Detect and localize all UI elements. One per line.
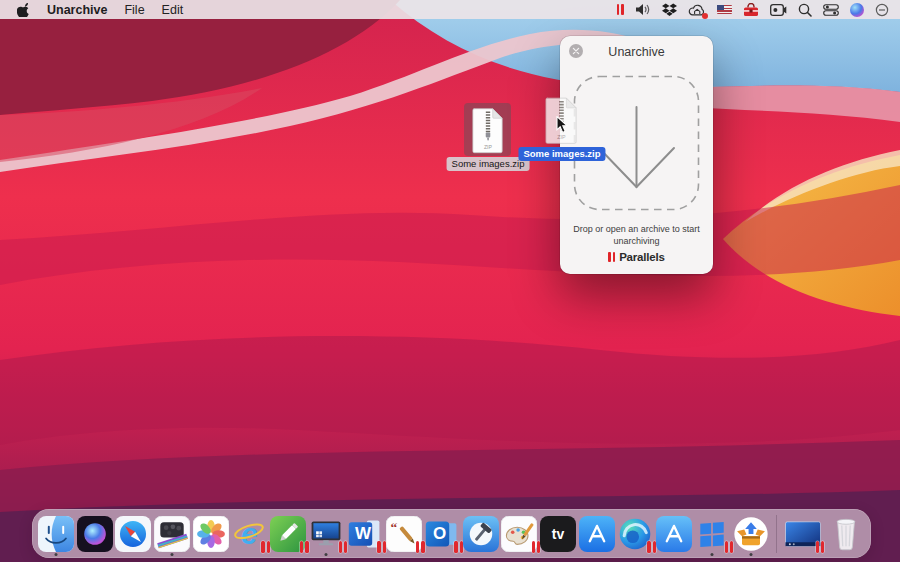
screen-record-icon[interactable] (770, 2, 787, 18)
dock-item-internet-explorer[interactable]: e (230, 509, 269, 558)
cloud-home-icon[interactable] (688, 2, 706, 18)
selected-file-name[interactable]: Some images.zip (447, 157, 530, 171)
dropbox-icon[interactable] (662, 2, 677, 18)
svg-text:“: “ (390, 520, 397, 535)
dock-item-trash[interactable] (824, 509, 868, 558)
dock-divider (770, 509, 782, 558)
menu-app-name[interactable]: Unarchive (47, 3, 107, 17)
dock-item-siri[interactable] (76, 509, 115, 558)
menu-bar: Unarchive File Edit (0, 0, 900, 19)
parallels-toolbox-icon[interactable] (743, 2, 759, 18)
zip-file-icon[interactable]: ZIP (471, 107, 505, 158)
dock-item-finder[interactable] (37, 509, 76, 558)
dock-item-apple-tv[interactable]: tv (539, 509, 578, 558)
dock-item-unarchiver[interactable] (732, 509, 771, 558)
dock-item-word[interactable]: W (346, 509, 385, 558)
dock-item-minimized-windows-window[interactable] (782, 509, 824, 558)
running-indicator (55, 553, 58, 556)
dock-item-windows-start[interactable] (693, 509, 732, 558)
parallels-logo-icon (608, 252, 615, 262)
dragged-file-name: Some images.zip (518, 147, 605, 161)
parallels-logo: Parallels (560, 251, 713, 263)
dock-item-photos[interactable] (191, 509, 230, 558)
dock-item-safari[interactable] (114, 509, 153, 558)
dock-item-outlook[interactable]: O (423, 509, 462, 558)
running-indicator (325, 553, 328, 556)
dock-item-app-store[interactable] (577, 509, 616, 558)
dock-item-app-store-2[interactable] (655, 509, 694, 558)
dock-item-xcode[interactable] (462, 509, 501, 558)
dock-item-edge[interactable] (616, 509, 655, 558)
desktop-screen: Unarchive File Edit (0, 0, 900, 562)
menu-edit[interactable]: Edit (162, 3, 184, 17)
cursor (556, 116, 570, 138)
running-indicator (171, 553, 174, 556)
dock-item-green-notes-app[interactable] (269, 509, 308, 558)
dock-item-wordpad[interactable]: “ (384, 509, 423, 558)
zip-type-label: ZIP (484, 144, 493, 150)
dock-item-photo-booth[interactable] (153, 509, 192, 558)
minus-circle-icon[interactable] (875, 2, 889, 18)
running-indicator (749, 553, 752, 556)
dock-item-windows-vm[interactable] (307, 509, 346, 558)
window-title: Unarchive (560, 45, 713, 59)
dock: e (32, 509, 871, 558)
volume-icon[interactable] (635, 2, 651, 18)
archive-drop-zone[interactable] (573, 75, 700, 211)
siri-menu-icon[interactable] (850, 3, 864, 17)
down-arrow-icon (599, 107, 674, 187)
menu-file[interactable]: File (124, 3, 144, 17)
tv-glyph: tv (540, 516, 576, 552)
drop-hint-text: Drop or open an archive to start unarchi… (570, 224, 703, 247)
spotlight-icon[interactable] (798, 2, 812, 18)
control-center-icon[interactable] (823, 2, 839, 18)
dock-item-paint[interactable] (500, 509, 539, 558)
parallels-logo-text: Parallels (619, 251, 665, 263)
running-indicator (711, 553, 714, 556)
wallpaper (0, 0, 900, 562)
us-flag-input-icon[interactable] (717, 5, 732, 15)
parallels-menu-icon[interactable] (617, 2, 624, 18)
parallels-badge-icon (816, 541, 825, 553)
apple-menu-icon[interactable] (17, 2, 30, 17)
